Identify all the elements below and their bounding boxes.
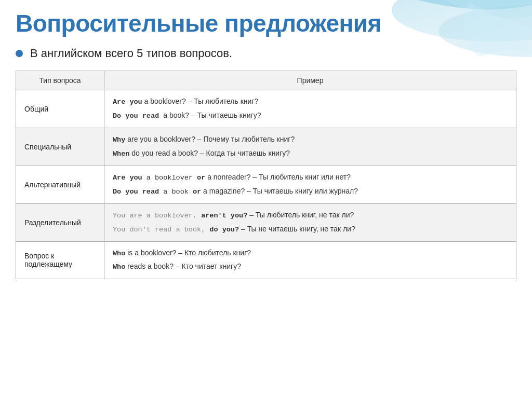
example-part: read xyxy=(138,188,164,196)
example-cell: Why are you a booklover? – Почему ты люб… xyxy=(104,128,516,166)
example-line: You are a booklover, aren't you? – Ты лю… xyxy=(113,209,508,222)
type-cell: Общий xyxy=(16,90,104,128)
table-row: СпециальныйWhy are you a booklover? – По… xyxy=(16,128,516,166)
type-cell: Вопрос к подлежащему xyxy=(16,241,104,279)
example-part: a book xyxy=(163,188,193,196)
table-row: АльтернативныйAre you a booklover or a n… xyxy=(16,166,516,203)
example-part: aren't you? xyxy=(201,212,247,219)
example-part: you xyxy=(129,98,142,106)
type-cell: Альтернативный xyxy=(16,166,104,203)
example-part: a booklover xyxy=(142,174,197,182)
example-part: or xyxy=(193,188,201,196)
example-part: You are a booklover, xyxy=(113,212,201,219)
example-part: Do xyxy=(113,112,125,120)
example-part: – Ты не читаешь книгу, не так ли? xyxy=(239,225,355,233)
example-line: Who is a booklover? – Кто любитель книг? xyxy=(113,247,508,260)
example-part: Are xyxy=(113,174,129,182)
example-part: or xyxy=(197,174,205,182)
example-part: you xyxy=(125,188,138,196)
example-line: You don't read a book, do you? – Ты не ч… xyxy=(113,223,508,236)
example-part: Are xyxy=(113,98,129,106)
example-part: do you read a book? – Когда ты читаешь к… xyxy=(129,149,290,157)
example-line: Do you read a book or a magazine? – Ты ч… xyxy=(113,185,508,198)
example-part: When xyxy=(113,150,129,158)
page-title: Вопросительные предложения xyxy=(16,9,516,37)
col1-header: Тип вопроса xyxy=(16,71,104,90)
example-part: read xyxy=(138,112,164,120)
example-part: are you a booklover? – Почему ты любител… xyxy=(125,135,295,143)
example-part: a magazine? – Ты читаешь книгу или журна… xyxy=(201,187,358,195)
example-part: Who xyxy=(113,263,125,271)
example-part: – Ты любитель книг, не так ли? xyxy=(247,211,354,219)
table-row: ОбщийAre you a booklover? – Ты любитель … xyxy=(16,90,516,128)
table-row: Вопрос к подлежащемуWho is a booklover? … xyxy=(16,241,516,279)
example-part: you xyxy=(125,112,138,120)
example-cell: Are you a booklover? – Ты любитель книг?… xyxy=(104,90,516,128)
col2-header: Пример xyxy=(104,71,516,90)
example-part: a book? – Ты читаешь книгу? xyxy=(163,111,261,119)
example-part: reads a book? – Кто читает книгу? xyxy=(125,262,241,270)
type-cell: Специальный xyxy=(16,128,104,166)
example-cell: Who is a booklover? – Кто любитель книг?… xyxy=(104,241,516,279)
example-line: When do you read a book? – Когда ты чита… xyxy=(113,147,508,160)
example-line: Are you a booklover or a nonreader? – Ты… xyxy=(113,171,508,184)
example-part: do you? xyxy=(209,226,239,234)
questions-table: Тип вопроса Пример ОбщийAre you a booklo… xyxy=(16,71,516,279)
subtitle-text: В английском всего 5 типов вопросов. xyxy=(30,47,232,60)
example-line: Are you a booklover? – Ты любитель книг? xyxy=(113,95,508,108)
example-part: Do xyxy=(113,188,125,196)
example-part: Who xyxy=(113,250,125,257)
example-part: is a booklover? – Кто любитель книг? xyxy=(125,249,251,257)
example-part: a booklover? – Ты любитель книг? xyxy=(142,97,259,105)
example-line: Who reads a book? – Кто читает книгу? xyxy=(113,260,508,273)
bullet-icon xyxy=(16,50,23,57)
example-cell: You are a booklover, aren't you? – Ты лю… xyxy=(104,203,516,241)
example-part: You don't read a book, xyxy=(113,226,209,234)
example-part: a nonreader? – Ты любитель книг или нет? xyxy=(205,173,351,181)
example-line: Do you read a book? – Ты читаешь книгу? xyxy=(113,109,508,122)
type-cell: Разделительный xyxy=(16,203,104,241)
example-line: Why are you a booklover? – Почему ты люб… xyxy=(113,133,508,146)
example-part: you xyxy=(129,174,142,182)
table-row: РазделительныйYou are a booklover, aren'… xyxy=(16,203,516,241)
example-cell: Are you a booklover or a nonreader? – Ты… xyxy=(104,166,516,203)
example-part: Why xyxy=(113,136,125,144)
